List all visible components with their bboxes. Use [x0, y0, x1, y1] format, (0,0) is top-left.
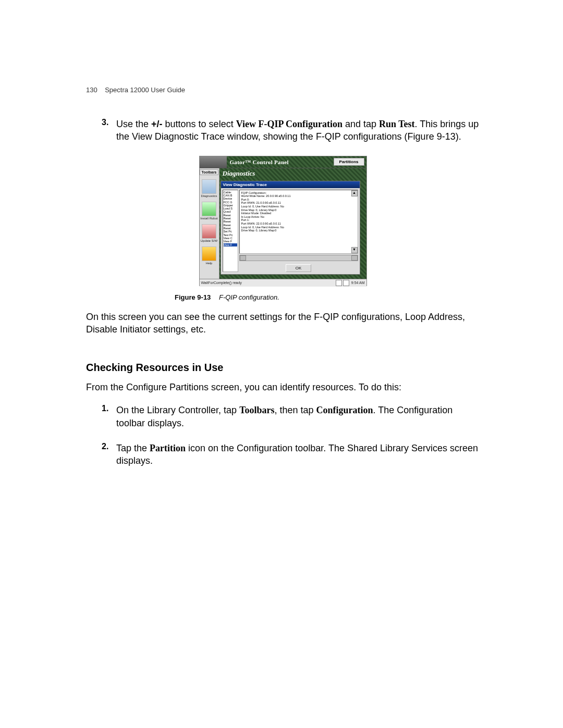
- step-text: Tap the Partition icon on the Configurat…: [116, 442, 480, 467]
- text: and tap: [342, 119, 379, 129]
- page: 130 Spectra 12000 User Guide 3. Use the …: [0, 0, 563, 728]
- window-title: Gator™ Control Panel: [230, 159, 334, 165]
- page-number: 130: [86, 86, 97, 94]
- ui-ref-toolbars: Toolbars: [239, 405, 274, 415]
- trace-line: Port WWN: 22.0.0.90.a5.0.0.11: [241, 222, 356, 226]
- step-number: 2.: [102, 442, 116, 467]
- trace-pane: ▲ FQIP Configuration: World Wide Name: 2…: [239, 190, 358, 272]
- view-diagnostic-trace-dialog: View Diagnostic Trace Cable: CAN B Devic…: [221, 181, 360, 275]
- status-text: WaitForComplete() ready: [201, 281, 242, 285]
- scroll-up-button[interactable]: ▲: [351, 190, 358, 196]
- partitions-button[interactable]: Partitions: [334, 158, 364, 166]
- screenshot: Gator™ Control Panel Partitions Toolbars…: [199, 156, 367, 286]
- page-header: 130 Spectra 12000 User Guide: [86, 86, 480, 94]
- trace-output[interactable]: ▲ FQIP Configuration: World Wide Name: 2…: [239, 190, 358, 254]
- test-list[interactable]: Cable: CAN B Device FCC G Gripper Load S…: [223, 190, 238, 272]
- diagnostics-icon[interactable]: [202, 179, 216, 194]
- ok-button[interactable]: OK: [286, 264, 312, 272]
- step-text: On the Library Controller, tap Toolbars,…: [116, 404, 480, 429]
- step-text: Use the +/- buttons to select View F-QIP…: [116, 118, 480, 143]
- trace-line: Port 0:: [241, 198, 356, 202]
- text: Tap the: [116, 443, 150, 453]
- diagnostics-banner: Diagnostics: [219, 168, 366, 179]
- tray-icon[interactable]: [343, 280, 349, 286]
- toolbar-sidebar: Toolbars Diagnostics Install Robot Updat…: [200, 168, 219, 279]
- figure-label: Figure 9-13: [175, 293, 211, 301]
- trace-line: Is Loop Active: No: [241, 215, 356, 219]
- tray-icon[interactable]: [336, 280, 342, 286]
- update-sw-icon[interactable]: [202, 224, 216, 239]
- figure-caption: Figure 9-13 F-QIP configuration.: [86, 293, 480, 301]
- step-2: 2. Tap the Partition icon on the Configu…: [102, 442, 480, 467]
- trace-line: Drive Map: 0, Library Map:0: [241, 229, 356, 232]
- trace-line: Port WWN: 21.0.0.90.a5.0.0.11: [241, 201, 356, 205]
- dialog-title: View Diagnostic Trace: [221, 181, 360, 188]
- paragraph: On this screen you can see the current s…: [86, 311, 480, 336]
- list-item-selected[interactable]: View F: [224, 243, 237, 246]
- trace-line: Loop Id: 0, Use Hard Address: No: [241, 226, 356, 229]
- status-bar: WaitForComplete() ready 9:54 AM: [200, 279, 366, 287]
- trace-line: World Wide Name: 20.0.0.90.a5.0.0.11: [241, 194, 356, 198]
- step-number: 3.: [102, 118, 116, 143]
- step-number: 1.: [102, 404, 116, 429]
- trace-line: FQIP Configuration:: [241, 191, 356, 195]
- ui-ref-partition: Partition: [150, 443, 186, 453]
- scroll-down-button[interactable]: ▼: [351, 247, 358, 253]
- install-robot-icon[interactable]: [202, 202, 216, 216]
- figure-9-13: Gator™ Control Panel Partitions Toolbars…: [86, 156, 480, 301]
- section-heading: Checking Resources in Use: [86, 362, 480, 374]
- plus-minus-label: +/-: [151, 119, 163, 129]
- paragraph: From the Configure Partitions screen, yo…: [86, 381, 480, 393]
- install-robot-label: Install Robot: [200, 217, 217, 220]
- text: buttons to select: [163, 119, 236, 129]
- clock: 9:54 AM: [351, 281, 365, 285]
- trace-line: Drive Map: 0, Library Map:0: [241, 208, 356, 212]
- ui-ref-view-fqip: View F-QIP Configuration: [236, 119, 342, 129]
- window-body: Toolbars Diagnostics Install Robot Updat…: [200, 168, 366, 279]
- main-area: Diagnostics View Diagnostic Trace Cable:…: [219, 168, 366, 279]
- trace-line: Port 1:: [241, 218, 356, 222]
- text: Use the: [116, 119, 151, 129]
- step-1: 1. On the Library Controller, tap Toolba…: [102, 404, 480, 429]
- dialog-body: Cable: CAN B Device FCC G Gripper Load S…: [221, 188, 360, 274]
- diagnostics-label: Diagnostics: [201, 194, 217, 198]
- diagnostics-banner-text: Diagnostics: [223, 169, 255, 178]
- help-label: Help: [206, 262, 212, 265]
- trace-line: Initiator Mode: Disabled: [241, 212, 356, 215]
- help-icon[interactable]: [202, 246, 216, 261]
- text: , then tap: [274, 405, 316, 415]
- text: On the Library Controller, tap: [116, 405, 239, 415]
- ui-ref-run-test: Run Test: [379, 119, 415, 129]
- logo-area: [200, 156, 227, 168]
- window-titlebar: Gator™ Control Panel Partitions: [200, 156, 366, 168]
- doc-title: Spectra 12000 User Guide: [105, 86, 185, 94]
- ui-ref-configuration: Configuration: [316, 405, 373, 415]
- horizontal-scrollbar[interactable]: [239, 255, 358, 261]
- step-3: 3. Use the +/- buttons to select View F-…: [102, 118, 480, 143]
- figure-text: F-QIP configuration.: [219, 293, 279, 301]
- toolbars-button[interactable]: Toolbars: [200, 169, 218, 175]
- trace-line: Loop Id: 0, Use Hard Address: No: [241, 205, 356, 208]
- update-sw-label: Update S/W: [201, 239, 217, 242]
